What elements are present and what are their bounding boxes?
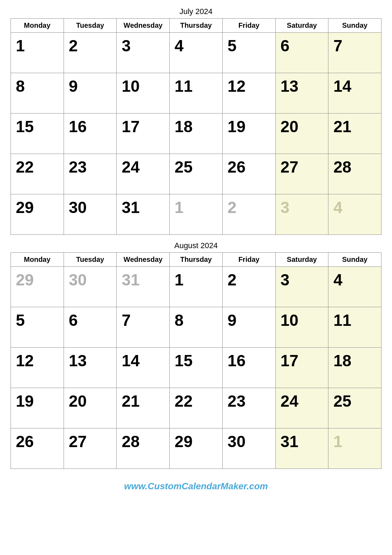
calendar-day[interactable]: 14 [328,73,381,114]
table-row: 12131415161718 [11,348,381,388]
header-friday-jul: Friday [222,19,275,33]
table-row: 567891011 [11,307,381,348]
header-monday-aug: Monday [11,253,64,267]
table-row: 2627282930311 [11,428,381,469]
calendar-day[interactable]: 30 [64,267,117,307]
header-monday-jul: Monday [11,19,64,33]
header-wednesday-aug: Wednesday [117,253,170,267]
calendar-day[interactable]: 31 [117,267,170,307]
header-saturday-aug: Saturday [275,253,328,267]
table-row: 1234567 [11,33,381,73]
july-table: Monday Tuesday Wednesday Thursday Friday… [11,18,381,235]
header-sunday-jul: Sunday [328,19,381,33]
calendar-day[interactable]: 13 [275,73,328,114]
calendar-day[interactable]: 23 [222,388,275,428]
calendar-day[interactable]: 24 [275,388,328,428]
calendar-day[interactable]: 1 [11,33,64,73]
calendar-day[interactable]: 21 [117,388,170,428]
calendar-day[interactable]: 8 [11,73,64,114]
calendar-day[interactable]: 27 [275,154,328,194]
calendar-day[interactable]: 22 [11,154,64,194]
calendar-day[interactable]: 15 [11,114,64,154]
calendar-day[interactable]: 9 [222,307,275,348]
calendar-day[interactable]: 29 [11,267,64,307]
calendar-day[interactable]: 30 [222,428,275,469]
calendar-day[interactable]: 27 [64,428,117,469]
header-friday-aug: Friday [222,253,275,267]
calendar-day[interactable]: 30 [64,194,117,235]
calendar-day[interactable]: 21 [328,114,381,154]
calendar-day[interactable]: 31 [117,194,170,235]
calendar-day[interactable]: 26 [11,428,64,469]
calendar-day[interactable]: 3 [117,33,170,73]
calendar-day[interactable]: 11 [328,307,381,348]
calendar-day[interactable]: 7 [328,33,381,73]
calendar-day[interactable]: 6 [64,307,117,348]
header-saturday-jul: Saturday [275,19,328,33]
calendar-day[interactable]: 18 [170,114,223,154]
calendar-day[interactable]: 4 [170,33,223,73]
calendar-day[interactable]: 10 [275,307,328,348]
calendar-day[interactable]: 10 [117,73,170,114]
calendar-day[interactable]: 20 [64,388,117,428]
calendar-day[interactable]: 1 [170,194,223,235]
august-title: August 2024 [11,241,381,250]
july-calendar: July 2024 Monday Tuesday Wednesday Thurs… [11,7,381,235]
table-row: 891011121314 [11,73,381,114]
calendar-day[interactable]: 3 [275,194,328,235]
calendar-day[interactable]: 24 [117,154,170,194]
calendar-day[interactable]: 14 [117,348,170,388]
calendar-day[interactable]: 2 [222,267,275,307]
calendar-day[interactable]: 1 [170,267,223,307]
table-row: 19202122232425 [11,388,381,428]
calendar-day[interactable]: 4 [328,267,381,307]
calendar-day[interactable]: 17 [275,348,328,388]
calendar-day[interactable]: 28 [117,428,170,469]
header-thursday-jul: Thursday [170,19,223,33]
table-row: 15161718192021 [11,114,381,154]
august-header-row: Monday Tuesday Wednesday Thursday Friday… [11,253,381,267]
calendar-day[interactable]: 8 [170,307,223,348]
calendar-day[interactable]: 16 [222,348,275,388]
calendar-day[interactable]: 17 [117,114,170,154]
calendar-day[interactable]: 26 [222,154,275,194]
calendar-day[interactable]: 19 [11,388,64,428]
calendar-day[interactable]: 29 [11,194,64,235]
header-wednesday-jul: Wednesday [117,19,170,33]
july-title: July 2024 [11,7,381,16]
calendar-day[interactable]: 23 [64,154,117,194]
calendar-day[interactable]: 25 [328,388,381,428]
calendar-day[interactable]: 7 [117,307,170,348]
calendar-day[interactable]: 29 [170,428,223,469]
table-row: 2930311234 [11,267,381,307]
calendar-day[interactable]: 25 [170,154,223,194]
calendar-day[interactable]: 18 [328,348,381,388]
calendar-day[interactable]: 20 [275,114,328,154]
calendar-day[interactable]: 19 [222,114,275,154]
calendar-day[interactable]: 9 [64,73,117,114]
calendar-day[interactable]: 12 [11,348,64,388]
august-table: Monday Tuesday Wednesday Thursday Friday… [11,252,381,469]
calendar-day[interactable]: 11 [170,73,223,114]
july-header-row: Monday Tuesday Wednesday Thursday Friday… [11,19,381,33]
calendar-day[interactable]: 28 [328,154,381,194]
calendar-day[interactable]: 16 [64,114,117,154]
calendar-day[interactable]: 1 [328,428,381,469]
header-tuesday-jul: Tuesday [64,19,117,33]
calendar-day[interactable]: 22 [170,388,223,428]
calendar-day[interactable]: 5 [11,307,64,348]
footer-link[interactable]: www.CustomCalendarMaker.com [124,481,268,492]
august-calendar: August 2024 Monday Tuesday Wednesday Thu… [11,241,381,469]
table-row: 22232425262728 [11,154,381,194]
calendar-day[interactable]: 31 [275,428,328,469]
calendar-day[interactable]: 4 [328,194,381,235]
calendar-day[interactable]: 3 [275,267,328,307]
calendar-day[interactable]: 6 [275,33,328,73]
calendar-day[interactable]: 2 [222,194,275,235]
calendar-day[interactable]: 13 [64,348,117,388]
calendar-day[interactable]: 12 [222,73,275,114]
calendar-day[interactable]: 2 [64,33,117,73]
calendar-day[interactable]: 5 [222,33,275,73]
calendar-day[interactable]: 15 [170,348,223,388]
table-row: 2930311234 [11,194,381,235]
